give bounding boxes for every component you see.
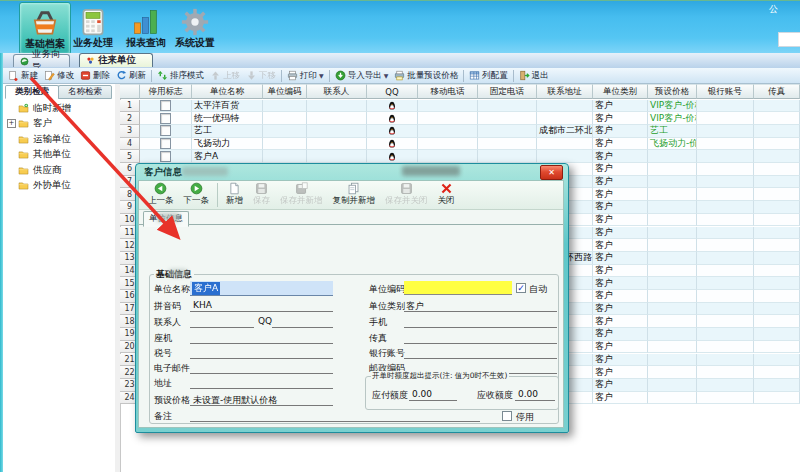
table-cell[interactable] [140,138,192,151]
table-cell[interactable] [537,150,593,163]
table-cell[interactable] [697,303,754,316]
table-cell[interactable] [697,227,754,240]
table-cell[interactable] [648,392,697,405]
table-cell[interactable]: 客户 [593,265,648,278]
pinyin-input[interactable] [190,300,333,312]
table-cell[interactable] [263,125,307,138]
table-cell[interactable] [754,125,800,138]
column-header-5[interactable]: QQ [367,84,418,99]
column-header-11[interactable]: 银行账号 [697,84,754,99]
mobile-input[interactable] [404,316,557,328]
table-cell[interactable] [754,201,800,214]
nav-item-system-settings[interactable]: 系统设置 [170,2,220,53]
table-cell[interactable] [648,277,697,290]
disable-flag-checkbox[interactable] [160,151,171,162]
toolbar-button-new[interactable]: 新建 [5,70,41,82]
table-cell[interactable] [754,341,800,354]
nav-item-business-process[interactable]: 业务处理 [68,2,118,53]
table-cell[interactable] [697,379,754,392]
table-cell[interactable] [648,265,697,278]
table-cell[interactable] [418,112,478,125]
column-header-2[interactable]: 单位名称 [192,84,263,99]
table-cell[interactable] [648,290,697,303]
table-cell[interactable]: 客户 [593,366,648,379]
fax-input[interactable] [404,332,557,344]
table-cell[interactable]: 客户 [593,176,648,189]
disable-flag-checkbox[interactable] [160,113,171,124]
table-cell[interactable] [697,188,754,201]
tree-expander-icon[interactable]: + [7,119,16,128]
table-cell[interactable] [697,150,754,163]
tree-item-1[interactable]: +客户 [17,117,52,131]
sidebar-tab-1[interactable]: 名称检索 [58,85,112,99]
table-cell[interactable] [307,138,367,151]
table-cell[interactable]: 客户 [593,252,648,265]
table-cell[interactable]: 艺工 [648,125,697,138]
table-cell[interactable] [537,100,593,113]
table-cell[interactable]: 艺工 [192,125,263,138]
table-cell[interactable] [754,214,800,227]
table-cell[interactable] [754,252,800,265]
table-cell[interactable] [697,176,754,189]
table-cell[interactable] [648,328,697,341]
table-cell[interactable]: 客户 [593,328,648,341]
table-cell[interactable] [754,112,800,125]
table-cell[interactable] [697,354,754,367]
table-cell[interactable] [754,303,800,316]
disable-flag-checkbox[interactable] [160,125,171,136]
bank-input[interactable] [404,347,557,359]
dialog-button-copy-add[interactable]: 复制并新增 [328,182,381,207]
row-number[interactable]: 1 [120,100,140,113]
table-cell[interactable] [478,100,537,113]
tab-business-wizard[interactable]: 业务向导 [13,54,70,67]
table-cell[interactable] [140,150,192,163]
table-cell[interactable] [697,252,754,265]
table-cell[interactable] [697,341,754,354]
table-cell[interactable]: 客户A [192,150,263,163]
toolbar-button-exit[interactable]: 退出 [516,70,552,82]
table-cell[interactable] [648,252,697,265]
table-cell[interactable] [697,214,754,227]
dialog-button-save-close[interactable]: 保存并关闭 [380,182,433,207]
tree-item-5[interactable]: 外协单位 [17,179,71,193]
dialog-title-bar[interactable]: 客户信息 ✕ [136,164,568,180]
table-cell[interactable]: 客户 [593,100,648,113]
table-cell[interactable] [697,290,754,303]
table-cell[interactable]: 客户 [593,138,648,151]
row-number[interactable]: 5 [120,150,140,163]
receivable-input[interactable] [515,389,555,401]
table-cell[interactable]: 客户 [593,341,648,354]
table-cell[interactable] [648,227,697,240]
table-cell[interactable]: VIP客户-价格 [648,100,697,113]
table-cell[interactable] [754,290,800,303]
table-cell[interactable] [697,366,754,379]
table-cell[interactable]: 客户 [593,188,648,201]
table-cell[interactable] [367,125,418,138]
table-cell[interactable] [367,138,418,151]
table-cell[interactable]: 客户 [593,125,648,138]
payable-input[interactable] [409,389,457,401]
table-cell[interactable] [307,125,367,138]
category-input[interactable] [404,300,557,312]
toolbar-button-move-down[interactable]: 下移 [243,70,279,82]
table-cell[interactable] [697,125,754,138]
table-cell[interactable] [697,138,754,151]
table-cell[interactable] [140,112,192,125]
table-cell[interactable] [754,150,800,163]
table-cell[interactable] [697,328,754,341]
table-cell[interactable] [754,366,800,379]
table-cell[interactable] [307,100,367,113]
table-cell[interactable] [697,112,754,125]
table-cell[interactable] [648,379,697,392]
table-cell[interactable] [697,277,754,290]
unit-code-input[interactable] [404,281,512,295]
table-cell[interactable] [697,265,754,278]
table-cell[interactable]: 客户 [593,163,648,176]
table-cell[interactable] [648,366,697,379]
toolbar-button-batch-price[interactable]: 批量预设价格 [391,70,461,82]
table-cell[interactable] [697,315,754,328]
table-cell[interactable] [418,138,478,151]
column-header-8[interactable]: 联系地址 [537,84,593,99]
contact-input[interactable] [190,316,254,328]
tax-no-input[interactable] [190,347,333,359]
